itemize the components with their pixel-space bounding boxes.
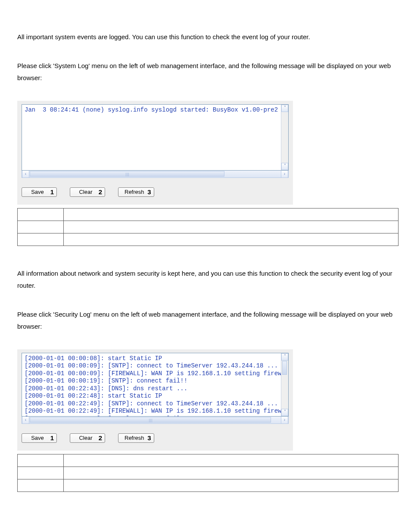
system-log-desc-table (17, 208, 399, 246)
save-button[interactable]: Save 1 (22, 433, 57, 443)
table-row (18, 208, 399, 221)
system-log-panel: Jan 3 08:24:41 (none) syslog.info syslog… (17, 101, 293, 205)
save-button-label: Save (31, 435, 44, 441)
clear-button-badge: 2 (99, 188, 102, 196)
refresh-button-label: Refresh (125, 435, 144, 441)
refresh-button[interactable]: Refresh 3 (118, 433, 154, 443)
horizontal-scroll-thumb[interactable] (30, 171, 224, 177)
vertical-scrollbar[interactable]: ˄ ˅ (281, 353, 288, 416)
save-button-badge: 1 (50, 434, 54, 442)
vertical-scrollbar[interactable]: ˄ ˅ (281, 105, 288, 170)
security-log-desc-table (17, 454, 399, 492)
horizontal-scrollbar[interactable]: ‹ › (22, 171, 289, 178)
security-log-intro: All information about network and system… (17, 268, 398, 292)
security-log-panel: [2000-01-01 00:00:08]: start Static IP [… (17, 349, 293, 451)
refresh-button-badge: 3 (147, 434, 151, 442)
save-button[interactable]: Save 1 (22, 187, 57, 197)
save-button-badge: 1 (50, 188, 54, 196)
security-log-text[interactable]: [2000-01-01 00:00:08]: start Static IP [… (22, 353, 288, 416)
vertical-scroll-thumb[interactable] (282, 361, 287, 375)
clear-button-label: Clear (79, 189, 92, 195)
security-log-box: [2000-01-01 00:00:08]: start Static IP [… (22, 353, 289, 417)
scroll-up-icon[interactable]: ˄ (281, 105, 288, 112)
scroll-down-icon[interactable]: ˅ (281, 409, 288, 416)
clear-button[interactable]: Clear 2 (70, 187, 105, 197)
horizontal-scroll-thumb[interactable] (30, 417, 271, 423)
table-row (18, 467, 399, 479)
scroll-left-icon[interactable]: ‹ (22, 171, 29, 177)
table-row (18, 233, 399, 246)
system-log-intro: All important system events are logged. … (17, 31, 398, 44)
refresh-button[interactable]: Refresh 3 (118, 187, 154, 197)
system-log-text[interactable]: Jan 3 08:24:41 (none) syslog.info syslog… (22, 105, 288, 170)
table-row (18, 479, 399, 492)
clear-button-label: Clear (79, 435, 92, 441)
scroll-right-icon[interactable]: › (281, 417, 288, 423)
refresh-button-label: Refresh (125, 189, 144, 195)
table-row (18, 454, 399, 467)
security-log-instructions: Please click 'Security Log' menu on the … (17, 308, 398, 333)
scroll-left-icon[interactable]: ‹ (22, 417, 29, 423)
horizontal-scrollbar[interactable]: ‹ › (22, 417, 289, 424)
clear-button-badge: 2 (99, 434, 102, 442)
table-row (18, 221, 399, 233)
scroll-right-icon[interactable]: › (281, 171, 288, 177)
system-log-instructions: Please click 'System Log' menu on the le… (17, 60, 398, 84)
system-log-box: Jan 3 08:24:41 (none) syslog.info syslog… (22, 104, 289, 171)
refresh-button-badge: 3 (147, 188, 151, 196)
save-button-label: Save (31, 189, 44, 195)
scroll-up-icon[interactable]: ˄ (281, 353, 288, 361)
scroll-down-icon[interactable]: ˅ (281, 163, 288, 170)
clear-button[interactable]: Clear 2 (70, 433, 105, 443)
